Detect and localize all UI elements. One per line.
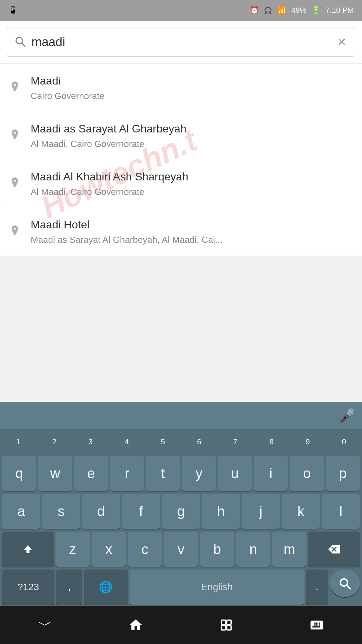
num-key-5[interactable]: 5	[145, 429, 181, 454]
key-k[interactable]: k	[282, 494, 320, 529]
num-key-4[interactable]: 4	[109, 429, 145, 454]
key-j[interactable]: j	[242, 494, 280, 529]
result-item-3[interactable]: Maadi Hotel Maadi as Sarayat Al Gharbeya…	[0, 208, 362, 256]
svg-point-4	[14, 180, 16, 182]
key-w[interactable]: w	[38, 456, 72, 491]
comma-key[interactable]: ,	[56, 569, 82, 605]
num-key-1[interactable]: 1	[0, 429, 36, 454]
status-bar-right: ⏰ 🎧 📶 49% 🔋 7:10 PM	[250, 6, 354, 15]
key-v[interactable]: v	[164, 532, 198, 567]
key-m[interactable]: m	[272, 532, 306, 567]
key-y[interactable]: y	[182, 456, 216, 491]
pin-icon-3	[9, 223, 21, 240]
key-g[interactable]: g	[162, 494, 200, 529]
search-bar-container: ✕	[0, 21, 362, 64]
result-subtitle-1: Al Maadi, Cairo Governorate	[31, 138, 353, 150]
key-n[interactable]: n	[236, 532, 271, 567]
key-l[interactable]: l	[322, 494, 360, 529]
period-key[interactable]: .	[306, 569, 328, 605]
result-text-3: Maadi Hotel Maadi as Sarayat Al Gharbeya…	[31, 218, 353, 246]
key-f[interactable]: f	[122, 494, 160, 529]
key-p[interactable]: p	[326, 456, 360, 491]
search-input[interactable]	[31, 35, 336, 49]
key-b[interactable]: b	[200, 532, 234, 567]
suggestion-bar: 🎤	[0, 402, 362, 429]
result-title-0: Maadi	[31, 74, 353, 88]
svg-rect-9	[227, 620, 231, 625]
result-title-3: Maadi Hotel	[31, 218, 353, 232]
key-i[interactable]: i	[254, 456, 288, 491]
svg-line-7	[347, 585, 350, 589]
svg-point-3	[14, 132, 16, 134]
num-key-3[interactable]: 3	[72, 429, 109, 454]
result-title-2: Maadi Al Khabiri Ash Sharqeyah	[31, 170, 353, 184]
status-bar-left: 📱	[8, 6, 18, 15]
result-text-2: Maadi Al Khabiri Ash Sharqeyah Al Maadi,…	[31, 170, 353, 198]
globe-key[interactable]: 🌐	[84, 569, 128, 605]
home-button[interactable]	[122, 611, 150, 639]
num-key-9[interactable]: 9	[290, 429, 326, 454]
mic-button[interactable]: 🎤	[339, 408, 355, 423]
result-item-2[interactable]: Maadi Al Khabiri Ash Sharqeyah Al Maadi,…	[0, 160, 362, 208]
bottom-row: ?123 , 🌐 English .	[0, 568, 362, 606]
num-key-6[interactable]: 6	[181, 429, 217, 454]
pin-icon-2	[9, 175, 21, 192]
search-icon	[14, 36, 26, 49]
key-row-1: q w e r t y u i o p	[0, 454, 362, 492]
key-row-2: a s d f g h j k l	[0, 492, 362, 530]
battery-icon: 🔋	[311, 6, 321, 15]
key-h[interactable]: h	[202, 494, 240, 529]
signal-icon: 📶	[277, 6, 286, 15]
headphones-icon: 🎧	[264, 6, 272, 14]
key-z[interactable]: z	[56, 532, 90, 567]
key-s[interactable]: s	[42, 494, 80, 529]
svg-rect-8	[221, 620, 226, 625]
key-c[interactable]: c	[128, 532, 162, 567]
num-symbol-key[interactable]: ?123	[2, 569, 54, 605]
keyboard: 🎤 1 2 3 4 5 6 7 8 9 0 q w e r t y u i o …	[0, 402, 362, 606]
pin-icon-0	[9, 79, 21, 97]
svg-point-5	[14, 228, 16, 230]
phone-icon: 📱	[8, 6, 18, 15]
key-d[interactable]: d	[82, 494, 120, 529]
results-list: Maadi Cairo Governorate Maadi as Sarayat…	[0, 64, 362, 256]
num-key-7[interactable]: 7	[217, 429, 253, 454]
num-key-0[interactable]: 0	[326, 429, 362, 454]
nav-bar: ﹀	[0, 606, 362, 644]
result-item-1[interactable]: Maadi as Sarayat Al Gharbeyah Al Maadi, …	[0, 112, 362, 160]
alarm-icon: ⏰	[250, 6, 259, 15]
result-text-0: Maadi Cairo Governorate	[31, 74, 353, 102]
result-subtitle-2: Al Maadi, Cairo Governorate	[31, 186, 353, 198]
search-key[interactable]	[330, 569, 360, 597]
shift-key[interactable]	[2, 532, 54, 567]
key-t[interactable]: t	[146, 456, 180, 491]
svg-point-2	[14, 84, 16, 86]
key-e[interactable]: e	[74, 456, 108, 491]
recents-button[interactable]	[212, 611, 240, 639]
search-bar: ✕	[7, 28, 355, 57]
key-x[interactable]: x	[92, 532, 126, 567]
backspace-key[interactable]	[308, 532, 360, 567]
svg-line-1	[22, 43, 25, 46]
clear-button[interactable]: ✕	[336, 34, 348, 50]
key-o[interactable]: o	[290, 456, 324, 491]
result-subtitle-0: Cairo Governorate	[31, 90, 353, 102]
svg-rect-10	[221, 626, 226, 630]
key-a[interactable]: a	[2, 494, 40, 529]
key-q[interactable]: q	[2, 456, 36, 491]
result-subtitle-3: Maadi as Sarayat Al Gharbeyah, Al Maadi,…	[31, 234, 272, 246]
keyboard-button[interactable]	[303, 611, 331, 639]
num-key-2[interactable]: 2	[36, 429, 72, 454]
svg-rect-11	[227, 626, 231, 630]
key-r[interactable]: r	[110, 456, 144, 491]
result-title-1: Maadi as Sarayat Al Gharbeyah	[31, 122, 353, 136]
result-item-0[interactable]: Maadi Cairo Governorate	[0, 64, 362, 112]
key-row-3: z x c v b n m	[0, 530, 362, 568]
back-button[interactable]: ﹀	[31, 611, 59, 639]
spacebar-key[interactable]: English	[130, 569, 304, 605]
pin-icon-1	[9, 127, 21, 145]
battery-percent: 49%	[291, 6, 306, 15]
time-display: 7:10 PM	[325, 6, 354, 15]
key-u[interactable]: u	[218, 456, 252, 491]
num-key-8[interactable]: 8	[253, 429, 290, 454]
